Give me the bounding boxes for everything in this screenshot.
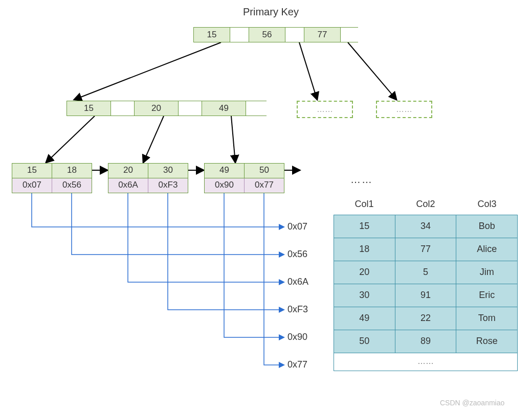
internal-pointer-gap: [179, 101, 202, 116]
svg-line-1: [299, 42, 317, 100]
leaf-key: 50: [245, 164, 284, 178]
root-pointer-gap: [341, 28, 359, 42]
table-row: 15 34 Bob: [334, 215, 517, 238]
ellipsis: ……: [350, 174, 373, 186]
diagram-canvas: { "title": "Primary Key", "root": { "key…: [0, 0, 532, 413]
table-row: 18 77 Alice: [334, 238, 517, 261]
cell: 18: [334, 238, 395, 261]
pointer-address: 0x77: [287, 359, 307, 370]
cell: Tom: [456, 307, 517, 330]
cell: 49: [334, 307, 395, 330]
svg-line-0: [74, 42, 221, 100]
cell: Jim: [456, 261, 517, 284]
leaf-pointer: 0x6A: [108, 178, 148, 193]
table-row: 49 22 Tom: [334, 307, 517, 330]
pointer-address: 0x90: [287, 332, 307, 342]
cell: 5: [395, 261, 457, 284]
leaf-pointer: 0x56: [52, 178, 92, 193]
pointer-address: 0x07: [287, 221, 307, 232]
cell: 15: [334, 215, 395, 238]
internal-key: 20: [135, 101, 179, 116]
leaf-pointer: 0x07: [12, 178, 52, 193]
diagram-title: Primary Key: [243, 6, 299, 18]
column-header: Col2: [395, 199, 456, 210]
internal-key: 49: [202, 101, 246, 116]
cell: 30: [334, 284, 395, 307]
cell: 34: [395, 215, 457, 238]
table-row: 30 91 Eric: [334, 284, 517, 307]
leaf-node: 49 50 0x90 0x77: [204, 163, 284, 193]
cell: Rose: [456, 330, 517, 353]
data-table: 15 34 Bob 18 77 Alice 20 5 Jim 30 91 Eri…: [334, 215, 518, 371]
internal-pointer-gap: [111, 101, 135, 116]
pointer-address: 0x56: [287, 249, 307, 260]
root-key: 56: [249, 28, 285, 42]
root-node: 15 56 77: [193, 27, 358, 42]
table-header-row: Col1 Col2 Col3: [334, 199, 518, 210]
svg-line-5: [231, 116, 235, 163]
root-key: 77: [304, 28, 341, 42]
cell: 22: [395, 307, 457, 330]
internal-key: 15: [67, 101, 111, 116]
leaf-pointer: 0xF3: [148, 178, 188, 193]
leaf-key: 20: [108, 164, 148, 178]
leaf-node: 20 30 0x6A 0xF3: [108, 163, 188, 193]
leaf-key: 49: [205, 164, 245, 178]
leaf-node: 15 18 0x07 0x56: [12, 163, 92, 193]
cell: 20: [334, 261, 395, 284]
table-row: 20 5 Jim: [334, 261, 517, 284]
table-tail: ……: [334, 353, 517, 371]
placeholder-node: ……: [376, 101, 432, 118]
root-pointer-gap: [285, 28, 304, 42]
cell: Bob: [456, 215, 517, 238]
pointer-address: 0xF3: [287, 304, 308, 315]
cell: Eric: [456, 284, 517, 307]
table-row: 50 89 Rose: [334, 330, 517, 353]
cell: 77: [395, 238, 457, 261]
leaf-key: 30: [148, 164, 188, 178]
placeholder-node: ……: [297, 101, 353, 118]
leaf-key: 15: [12, 164, 52, 178]
watermark: CSDN @zaoanmiao: [440, 399, 504, 407]
svg-line-2: [348, 42, 396, 100]
svg-line-4: [143, 116, 164, 163]
leaf-key: 18: [52, 164, 92, 178]
pointer-address: 0x6A: [287, 277, 308, 287]
cell: Alice: [456, 238, 517, 261]
leaf-pointer: 0x77: [245, 178, 284, 193]
svg-line-3: [46, 116, 95, 163]
cell: 50: [334, 330, 395, 353]
internal-node: 15 20 49: [66, 101, 267, 116]
root-key: 15: [194, 28, 230, 42]
leaf-pointer: 0x90: [205, 178, 245, 193]
cell: 89: [395, 330, 457, 353]
column-header: Col3: [456, 199, 518, 210]
internal-pointer-gap: [246, 101, 269, 116]
column-header: Col1: [334, 199, 395, 210]
cell: 91: [395, 284, 457, 307]
root-pointer-gap: [230, 28, 249, 42]
